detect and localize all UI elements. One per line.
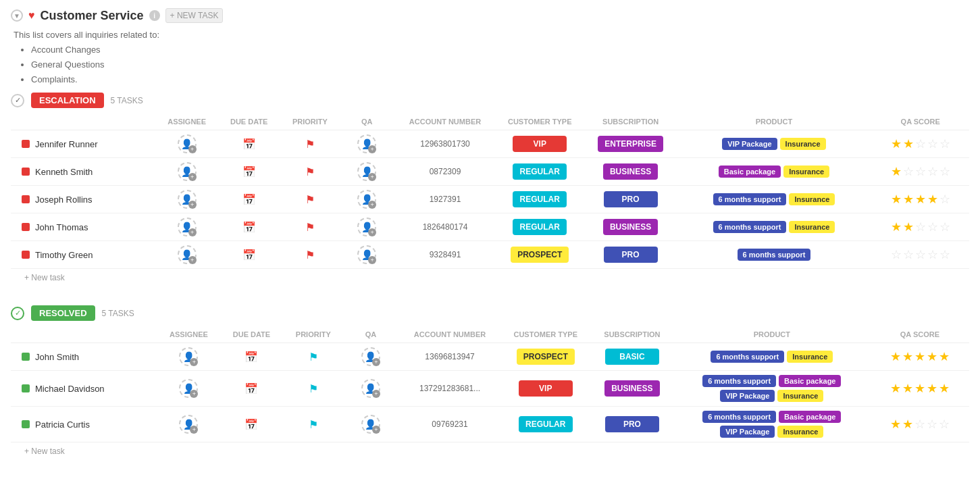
- qa-score-cell: ★★☆☆☆: [871, 130, 969, 158]
- qa-cell: 👤 +: [342, 371, 399, 407]
- qa-cell: 👤 +: [342, 343, 399, 371]
- assignee-cell: 👤 +: [159, 343, 219, 371]
- qa-avatar[interactable]: 👤 +: [361, 415, 380, 434]
- subscription-cell: BUSINESS: [585, 158, 677, 186]
- star-icon: ★: [891, 220, 902, 234]
- page-title: Customer Service: [41, 9, 144, 23]
- product-tag: Insurance: [777, 426, 823, 438]
- page: ▼ ♥ Customer Service i + NEW TASK This l…: [0, 0, 980, 483]
- assignee-cell: 👤 +: [159, 371, 219, 407]
- task-name-cell: Joseph Rollins: [11, 186, 157, 213]
- product-tag: VIP Package: [720, 390, 775, 402]
- calendar-icon[interactable]: 📅: [244, 351, 258, 363]
- heart-icon: ♥: [28, 9, 35, 22]
- qa-avatar[interactable]: 👤 +: [357, 218, 376, 236]
- qa-avatar[interactable]: 👤 +: [357, 134, 376, 153]
- avatar[interactable]: 👤 +: [178, 190, 197, 209]
- group-toggle[interactable]: ✓: [11, 94, 24, 107]
- add-qa-icon: +: [372, 426, 380, 434]
- calendar-icon[interactable]: 📅: [244, 382, 258, 395]
- star-icon: ☆: [915, 164, 926, 179]
- calendar-icon[interactable]: 📅: [242, 138, 256, 151]
- star-icon: ☆: [915, 247, 926, 262]
- due-date-cell: 📅: [216, 186, 281, 213]
- qa-score-cell: ☆☆☆☆☆: [871, 241, 969, 269]
- account-number: 1826480174: [395, 213, 494, 241]
- table-row: Michael Davidson 👤 + 📅 ⚑: [11, 371, 969, 407]
- priority-flag[interactable]: ⚑: [309, 418, 318, 431]
- task-name-cell: John Smith: [11, 343, 159, 371]
- bullet-item: Account Changes: [31, 43, 969, 57]
- qa-avatar[interactable]: 👤 +: [357, 190, 376, 209]
- new-task-button[interactable]: + NEW TASK: [165, 8, 224, 23]
- col-header-duedate: DUE DATE: [216, 113, 281, 130]
- star-icon: ☆: [915, 220, 926, 234]
- priority-flag[interactable]: ⚑: [305, 221, 315, 234]
- priority-flag[interactable]: ⚑: [305, 166, 315, 178]
- info-icon[interactable]: i: [149, 10, 160, 21]
- priority-flag[interactable]: ⚑: [305, 249, 315, 261]
- due-date-cell: 📅: [216, 158, 281, 186]
- task-dot: [22, 168, 30, 176]
- group-badge: RESOLVED: [31, 305, 95, 321]
- avatar[interactable]: 👤 +: [179, 347, 198, 366]
- customer-type-badge: VIP: [519, 380, 573, 397]
- assignee-cell: 👤 +: [157, 213, 217, 241]
- product-tag: 6 months support: [702, 375, 776, 387]
- add-assignee-icon: +: [188, 145, 197, 153]
- subscription-cell: ENTERPRISE: [585, 130, 677, 158]
- calendar-icon[interactable]: 📅: [244, 418, 258, 431]
- calendar-icon[interactable]: 📅: [242, 249, 256, 261]
- star-icon: ★: [902, 349, 913, 364]
- calendar-icon[interactable]: 📅: [242, 166, 256, 178]
- product-tag: Basic package: [779, 411, 841, 423]
- star-icon: ★: [927, 381, 937, 396]
- avatar[interactable]: 👤 +: [179, 415, 198, 434]
- priority-flag[interactable]: ⚑: [309, 382, 318, 395]
- group-toggle[interactable]: ✓: [11, 307, 24, 320]
- calendar-icon[interactable]: 📅: [242, 221, 256, 234]
- due-date-cell: 📅: [216, 241, 281, 269]
- priority-cell: ⚑: [282, 186, 338, 213]
- task-name: Jennifer Runner: [35, 139, 98, 149]
- table-row: Patricia Curtis 👤 + 📅 ⚑: [11, 407, 969, 442]
- task-dot: [22, 353, 30, 361]
- calendar-icon[interactable]: 📅: [242, 193, 256, 206]
- avatar[interactable]: 👤 +: [179, 379, 198, 398]
- col-header-sub: SUBSCRIPTION: [585, 113, 677, 130]
- qa-avatar[interactable]: 👤 +: [361, 347, 380, 366]
- product-cell: 6 months supportInsurance: [676, 186, 871, 213]
- qa-avatar[interactable]: 👤 +: [357, 162, 376, 181]
- col-header-priority: PRIORITY: [284, 326, 342, 343]
- priority-flag[interactable]: ⚑: [305, 193, 315, 206]
- star-icon: ☆: [891, 247, 902, 262]
- priority-flag[interactable]: ⚑: [305, 138, 315, 151]
- avatar[interactable]: 👤 +: [178, 218, 197, 236]
- star-icon: ☆: [927, 417, 937, 432]
- avatar[interactable]: 👤 +: [178, 162, 197, 181]
- product-tag: 6 months support: [713, 193, 787, 205]
- qa-score-cell: ★☆☆☆☆: [871, 158, 969, 186]
- subscription-cell: BUSINESS: [585, 213, 677, 241]
- task-name: John Thomas: [35, 222, 88, 232]
- due-date-cell: 📅: [216, 213, 281, 241]
- product-tag: Insurance: [787, 351, 833, 363]
- avatar[interactable]: 👤 +: [178, 245, 197, 264]
- priority-flag[interactable]: ⚑: [309, 351, 318, 363]
- new-task-link[interactable]: + New task: [11, 269, 65, 286]
- task-name: Joseph Rollins: [35, 195, 93, 205]
- priority-cell: ⚑: [282, 241, 338, 269]
- collapse-button[interactable]: ▼: [11, 9, 23, 22]
- qa-avatar[interactable]: 👤 +: [361, 379, 380, 398]
- star-icon: ☆: [927, 247, 938, 262]
- bullet-item: General Questions: [31, 57, 969, 72]
- avatar[interactable]: 👤 +: [178, 134, 197, 153]
- qa-avatar[interactable]: 👤 +: [357, 245, 376, 264]
- new-task-link[interactable]: + New task: [11, 442, 65, 460]
- star-icon: ★: [902, 417, 913, 432]
- product-cell: 6 months supportInsurance: [673, 343, 871, 371]
- group-badge: ESCALATION: [31, 93, 104, 108]
- star-icon: ★: [914, 381, 925, 396]
- customer-type-cell: PROSPECT: [500, 343, 591, 371]
- account-number: 13696813947: [400, 343, 500, 371]
